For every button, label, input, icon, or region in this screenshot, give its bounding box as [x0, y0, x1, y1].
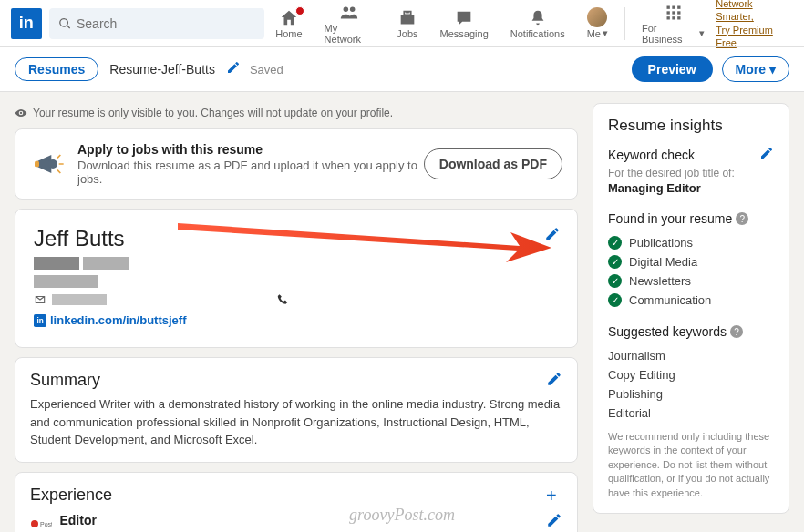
help-icon[interactable]: ? — [730, 325, 743, 338]
svg-rect-5 — [677, 5, 680, 8]
resumes-pill[interactable]: Resumes — [15, 57, 98, 81]
nav-home[interactable]: Home — [264, 8, 313, 39]
edit-keyword-icon[interactable] — [759, 146, 774, 163]
eye-icon — [15, 107, 27, 119]
caret-down-icon: ▾ — [769, 62, 776, 77]
grid-icon — [665, 4, 683, 22]
message-icon — [454, 8, 474, 28]
avatar-icon — [587, 7, 607, 27]
edit-experience-icon[interactable] — [546, 512, 562, 532]
summary-card: Summary Experienced Writer with a demons… — [15, 357, 578, 463]
caret-down-icon: ▾ — [699, 27, 705, 39]
keyword-suggested: Editorial — [608, 404, 774, 423]
banner-title: Apply to jobs with this resume — [77, 142, 424, 157]
search-input[interactable] — [77, 16, 255, 31]
bell-icon — [528, 8, 548, 28]
nav-business[interactable]: For Business▾ — [631, 3, 716, 45]
keyword-suggested: Publishing — [608, 384, 774, 404]
desired-label: For the desired job title of: — [608, 167, 774, 179]
svg-rect-3 — [666, 5, 669, 8]
svg-rect-13 — [35, 161, 39, 168]
banner-subtitle: Download this resume as a PDF and upload… — [77, 159, 424, 186]
nav-label: Notifications — [510, 28, 565, 39]
svg-point-0 — [344, 6, 349, 11]
check-icon: ✓ — [608, 274, 622, 288]
saved-status: Saved — [250, 63, 283, 77]
keyword-suggested: Journalism — [608, 346, 774, 365]
nav-label: For Business — [642, 23, 697, 45]
notification-badge — [295, 6, 304, 15]
experience-title: Experience — [30, 486, 562, 505]
profile-card: Jeff Butts in linkedin.com/in/buttsjeff — [15, 209, 578, 348]
redacted-line — [34, 275, 559, 288]
svg-text:Post: Post — [40, 521, 52, 527]
linkedin-url[interactable]: in linkedin.com/in/buttsjeff — [34, 313, 559, 327]
download-banner: Apply to jobs with this resume Download … — [15, 128, 578, 200]
people-icon — [339, 3, 359, 23]
visibility-notice: Your resume is only visible to you. Chan… — [15, 103, 578, 128]
svg-rect-6 — [666, 11, 669, 14]
svg-point-12 — [20, 112, 22, 114]
search-icon — [58, 16, 71, 31]
summary-text: Experienced Writer with a demonstrated h… — [30, 395, 562, 449]
svg-rect-7 — [672, 11, 675, 14]
search-box[interactable] — [49, 8, 265, 39]
found-title: Found in your resume ? — [608, 211, 774, 226]
desired-job: Managing Editor — [608, 181, 774, 195]
megaphone-icon — [30, 146, 67, 182]
keyword-check-label: Keyword check — [608, 148, 695, 162]
nav-label: Me — [587, 28, 601, 39]
svg-point-14 — [48, 159, 57, 169]
insights-title: Resume insights — [608, 117, 774, 135]
linkedin-icon: in — [34, 314, 46, 327]
keyword-found: ✓Newsletters — [608, 271, 774, 291]
preview-button[interactable]: Preview — [632, 56, 713, 82]
premium-link[interactable]: Network Smarter, Try Premium Free — [716, 0, 793, 49]
svg-rect-10 — [672, 16, 675, 19]
keyword-suggested: Copy Editing — [608, 365, 774, 384]
linkedin-logo[interactable]: in — [11, 8, 42, 39]
job-title: Editor — [59, 513, 96, 527]
edit-filename-icon[interactable] — [226, 60, 241, 78]
nav-network[interactable]: My Network — [314, 3, 387, 45]
suggested-note: We recommend only including these keywor… — [608, 430, 774, 500]
nav-label: Jobs — [397, 28, 417, 39]
nav-jobs[interactable]: Jobs — [386, 8, 428, 39]
svg-rect-8 — [677, 11, 680, 14]
add-experience-icon[interactable]: + — [546, 486, 562, 506]
summary-title: Summary — [30, 371, 562, 390]
keyword-found: ✓Publications — [608, 233, 774, 252]
svg-point-17 — [31, 520, 38, 527]
svg-rect-4 — [672, 5, 675, 8]
svg-point-1 — [350, 6, 356, 11]
profile-name: Jeff Butts — [34, 226, 559, 251]
edit-profile-icon[interactable] — [544, 226, 561, 246]
keyword-found: ✓Digital Media — [608, 252, 774, 271]
nav-label: My Network — [325, 23, 376, 45]
insights-card: Resume insights Keyword check For the de… — [593, 103, 789, 514]
redacted-email — [52, 294, 107, 305]
suggested-title: Suggested keywords ? — [608, 324, 774, 339]
keyword-found: ✓Communication — [608, 291, 774, 310]
phone-icon — [276, 293, 289, 306]
check-icon: ✓ — [608, 293, 622, 307]
check-icon: ✓ — [608, 236, 622, 250]
redacted-line — [34, 257, 559, 270]
help-icon[interactable]: ? — [736, 212, 748, 225]
briefcase-icon — [397, 8, 417, 28]
download-pdf-button[interactable]: Download as PDF — [424, 148, 562, 179]
mail-icon — [34, 293, 46, 306]
nav-notifications[interactable]: Notifications — [500, 8, 576, 39]
nav-label: Home — [275, 28, 302, 39]
edit-summary-icon[interactable] — [546, 371, 562, 391]
company-logo: Post — [30, 516, 52, 525]
nav-messaging[interactable]: Messaging — [429, 8, 500, 39]
nav-me[interactable]: Me▾ — [576, 7, 619, 39]
nav-label: Messaging — [440, 28, 489, 39]
resume-filename: Resume-Jeff-Butts — [109, 62, 215, 77]
experience-card: + Experience Post Editor groovyPost Oct … — [15, 472, 578, 533]
svg-rect-11 — [677, 16, 680, 19]
svg-text:in: in — [37, 316, 44, 324]
more-button[interactable]: More ▾ — [722, 56, 789, 82]
check-icon: ✓ — [608, 255, 622, 269]
